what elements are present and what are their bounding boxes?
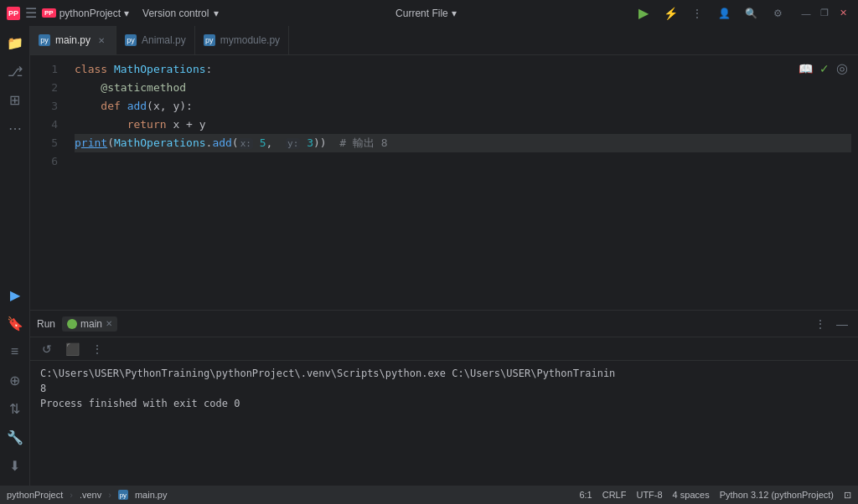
line-numbers: 1 2 3 4 5 6 <box>30 55 68 310</box>
title-bar-center: Current File ▾ <box>224 8 628 19</box>
terminal-line-1: C:\Users\USER\PythonTraining\pythonProje… <box>40 366 848 381</box>
activity-bar: 📁 ⎇ ⊞ ⋯ ▶ 🔖 ≡ ⊕ ⇅ 🔧 ⬇ <box>0 26 30 486</box>
terminal-stop-btn[interactable]: ⬛ <box>62 339 82 359</box>
run-button[interactable]: ▶ <box>633 3 654 23</box>
breadcrumb-sep-1: › <box>70 490 73 500</box>
minimize-button[interactable]: — <box>798 5 814 22</box>
tab-close-main-py[interactable]: ✕ <box>96 34 107 46</box>
terminal-more-btn[interactable]: ⋮ <box>811 316 830 332</box>
title-bar-right: ▶ ⚡ ⋮ 👤 🔍 ⚙ — ❐ ✕ <box>633 3 851 23</box>
activity-download-icon[interactable]: ⬇ <box>2 452 28 479</box>
project-selector[interactable]: PP pythonProject ▾ <box>42 8 129 19</box>
tab-icon-main-py: py <box>39 34 50 46</box>
project-dropdown-icon: ▾ <box>124 8 129 19</box>
tab-main-py[interactable]: py main.py ✕ <box>30 26 116 54</box>
reader-mode-icon[interactable]: 📖 <box>799 62 813 75</box>
activity-layers-icon[interactable]: ⊞ <box>2 86 28 113</box>
project-name-label: pythonProject <box>59 8 121 19</box>
current-file-selector[interactable]: Current File ▾ <box>395 8 457 19</box>
terminal-toolbar: ↺ ⬛ ⋮ <box>30 337 858 361</box>
tab-mymodule-py[interactable]: py mymodule.py <box>195 26 289 54</box>
terminal-panel: Run main ✕ ⋮ — ↺ ⬛ ⋮ C:\Users\USER\Pytho… <box>30 310 858 486</box>
status-indent[interactable]: 4 spaces <box>673 490 710 500</box>
window-controls: — ❐ ✕ <box>798 5 851 22</box>
status-encoding[interactable]: UTF-8 <box>636 490 662 500</box>
title-bar: PP ☰ PP pythonProject ▾ Version control … <box>0 0 858 26</box>
current-file-label: Current File <box>395 8 448 19</box>
activity-earth-icon[interactable]: ⊕ <box>2 367 28 393</box>
terminal-tab-main-label: main <box>80 318 102 330</box>
code-line-3: def add(x, y): <box>75 97 851 116</box>
terminal-scroll-up-btn[interactable]: ⋮ <box>87 339 107 359</box>
activity-git-icon[interactable]: ⎇ <box>2 58 28 85</box>
title-bar-left: PP ☰ PP pythonProject ▾ Version control … <box>7 5 219 21</box>
terminal-tab-main-close[interactable]: ✕ <box>106 319 112 328</box>
terminal-line-4: Process finished with exit code 0 <box>40 396 848 411</box>
maximize-button[interactable]: ❐ <box>816 5 833 22</box>
terminal-line-2: 8 <box>40 381 848 396</box>
terminal-minimize-btn[interactable]: — <box>833 316 851 332</box>
tab-label-animal-py: Animal.py <box>142 34 186 46</box>
status-expand-icon[interactable]: ⊡ <box>844 490 851 501</box>
editor-content[interactable]: 1 2 3 4 5 6 class MathOperations: @stati… <box>30 55 858 310</box>
settings-button[interactable]: ⚙ <box>768 3 788 23</box>
terminal-actions: ⋮ — <box>811 316 851 332</box>
account-button[interactable]: 👤 <box>714 3 734 23</box>
status-file-icon: py <box>118 490 128 500</box>
more-options-button[interactable]: ⋮ <box>687 3 707 23</box>
tab-label-mymodule-py: mymodule.py <box>220 34 280 46</box>
terminal-tab-run[interactable]: Run <box>37 318 55 330</box>
status-bar-right: 6:1 CRLF UTF-8 4 spaces Python 3.12 (pyt… <box>579 490 851 501</box>
breadcrumb-sep-2: › <box>108 490 111 500</box>
status-cursor-pos[interactable]: 6:1 <box>579 490 592 500</box>
code-line-4: return x + y <box>75 116 851 134</box>
activity-run-icon[interactable]: ▶ <box>2 281 28 308</box>
terminal-tab-main-icon <box>67 319 77 329</box>
tab-bar: py main.py ✕ py Animal.py py mymodule.py <box>30 26 858 55</box>
terminal-tab-main[interactable]: main ✕ <box>62 316 117 332</box>
run-profile-button[interactable]: ⚡ <box>660 3 680 23</box>
activity-tools-icon[interactable]: 🔧 <box>2 424 28 450</box>
version-control-btn[interactable]: Version control ▾ <box>142 8 219 19</box>
tab-label-main-py: main.py <box>55 34 90 46</box>
terminal-output: C:\Users\USER\PythonTraining\pythonProje… <box>30 361 858 486</box>
status-filename[interactable]: main.py <box>135 490 168 500</box>
check-icon[interactable]: ✓ <box>819 62 830 75</box>
copilot-icon[interactable]: ◎ <box>836 60 848 76</box>
search-button[interactable]: 🔍 <box>741 3 761 23</box>
terminal-tab-bar: Run main ✕ ⋮ — <box>30 311 858 337</box>
code-line-6 <box>75 152 851 171</box>
code-line-2: @staticmethod <box>75 79 851 97</box>
tab-icon-mymodule-py: py <box>204 34 215 46</box>
activity-bar-bottom: ▶ 🔖 ≡ ⊕ ⇅ 🔧 ⬇ <box>2 281 28 482</box>
status-venv[interactable]: .venv <box>80 490 101 500</box>
code-line-1: class MathOperations: <box>75 60 851 79</box>
tab-animal-py[interactable]: py Animal.py <box>116 26 195 54</box>
status-line-ending[interactable]: CRLF <box>602 490 627 500</box>
tab-icon-animal-py: py <box>125 34 137 46</box>
status-bar-left: pythonProject › .venv › py main.py <box>7 490 167 500</box>
activity-more-icon[interactable]: ⋯ <box>2 115 28 141</box>
current-file-dropdown-icon: ▾ <box>452 8 457 19</box>
status-project[interactable]: pythonProject <box>7 490 63 500</box>
activity-sort-icon[interactable]: ⇅ <box>2 395 28 422</box>
code-editor[interactable]: class MathOperations: @staticmethod def … <box>68 55 858 310</box>
status-python-version[interactable]: Python 3.12 (pythonProject) <box>720 490 834 500</box>
project-badge: PP <box>42 8 56 18</box>
editor-top-right-actions: 📖 ✓ ◎ <box>799 60 848 76</box>
app-logo: PP <box>7 7 20 20</box>
activity-stack-icon[interactable]: ≡ <box>2 338 28 365</box>
code-line-5: print(MathOperations.add(x: 5, y: 3)) # … <box>75 134 851 152</box>
activity-bookmark-icon[interactable]: 🔖 <box>2 310 28 337</box>
activity-folder-icon[interactable]: 📁 <box>2 29 28 56</box>
terminal-restart-btn[interactable]: ↺ <box>37 339 57 359</box>
close-button[interactable]: ✕ <box>835 5 851 22</box>
editor-area: py main.py ✕ py Animal.py py mymodule.py… <box>30 26 858 486</box>
status-bar: pythonProject › .venv › py main.py 6:1 C… <box>0 486 858 504</box>
main-layout: 📁 ⎇ ⊞ ⋯ ▶ 🔖 ≡ ⊕ ⇅ 🔧 ⬇ py main.py ✕ py An… <box>0 26 858 486</box>
hamburger-menu[interactable]: ☰ <box>25 5 37 21</box>
